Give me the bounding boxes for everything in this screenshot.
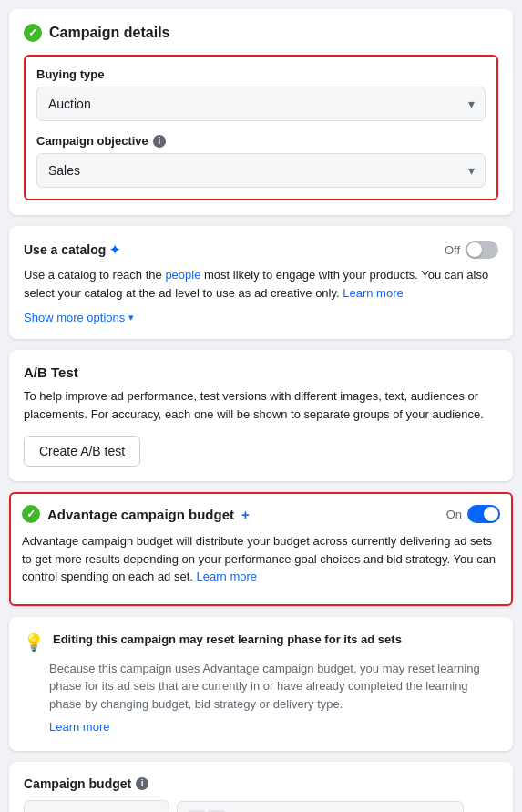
budget-type-select-wrapper[interactable]: Daily Budget Lifetime Budget [24,800,169,813]
create-ab-test-button[interactable]: Create A/B test [24,436,140,467]
advantage-budget-toggle[interactable] [467,505,500,523]
learning-phase-body: Because this campaign uses Advantage cam… [49,660,498,736]
campaign-objective-select-wrapper[interactable]: Sales Leads Traffic Awareness Engagement… [36,153,486,188]
buying-type-label: Buying type [36,67,486,81]
learning-phase-card: 💡 Editing this campaign may reset learni… [9,617,513,751]
campaign-details-header: Campaign details [24,24,498,42]
ab-test-card: A/B Test To help improve ad performance,… [9,350,513,481]
buying-type-select-wrapper[interactable]: Auction Reach and Frequency [36,87,486,121]
buying-type-section: Buying type Auction Reach and Frequency … [24,55,498,200]
catalog-title: Use a catalog ✦ [24,242,120,257]
ab-test-body: To help improve ad performance, test ver… [24,387,498,423]
advantage-check-icon [22,505,40,523]
campaign-objective-label: Campaign objective i [36,134,486,148]
advantage-learn-more-link[interactable]: Learn more [197,570,257,583]
buying-type-select[interactable]: Auction Reach and Frequency [36,87,486,121]
campaign-check-icon [24,24,42,42]
learning-phase-header: 💡 Editing this campaign may reset learni… [24,632,498,653]
show-more-button[interactable]: Show more options [24,311,134,324]
campaign-budget-card: Campaign budget i Daily Budget Lifetime … [9,762,513,813]
catalog-people-link[interactable]: people [165,268,200,282]
advantage-plus-badge: + [241,507,250,522]
bulb-icon: 💡 [24,632,44,653]
campaign-budget-label: Campaign budget i [24,776,498,791]
budget-amount-field[interactable] [177,801,464,812]
campaign-objective-select[interactable]: Sales Leads Traffic Awareness Engagement… [36,153,486,188]
learning-phase-title: Editing this campaign may reset learning… [53,632,402,648]
budget-type-select[interactable]: Daily Budget Lifetime Budget [24,800,169,813]
advantage-toggle-container: On [446,505,500,523]
catalog-toggle-container: Off [445,241,498,259]
catalog-card: Use a catalog ✦ Off Use a catalog to rea… [9,226,513,339]
catalog-toggle[interactable] [466,241,498,259]
sparkle-icon: ✦ [109,242,120,257]
advantage-budget-body: Advantage campaign budget will distribut… [22,532,500,586]
ab-test-title: A/B Test [24,365,498,380]
catalog-learn-more-link[interactable]: Learn more [343,286,403,300]
learning-phase-learn-more-link[interactable]: Learn more [49,718,498,736]
campaign-details-title: Campaign details [49,25,169,41]
catalog-header: Use a catalog ✦ Off [24,241,498,259]
currency-label: CZK [475,809,498,813]
catalog-body: Use a catalog to reach the people most l… [24,266,498,302]
campaign-budget-info-icon[interactable]: i [136,777,148,790]
advantage-toggle-label: On [446,508,462,521]
advantage-budget-title: Advantage campaign budget + [22,505,250,523]
catalog-toggle-label: Off [445,243,460,257]
budget-row: Daily Budget Lifetime Budget CZK [24,800,498,813]
advantage-budget-card: Advantage campaign budget + On Advantage… [9,492,513,606]
advantage-budget-header: Advantage campaign budget + On [22,505,500,523]
campaign-objective-info-icon[interactable]: i [153,135,166,148]
